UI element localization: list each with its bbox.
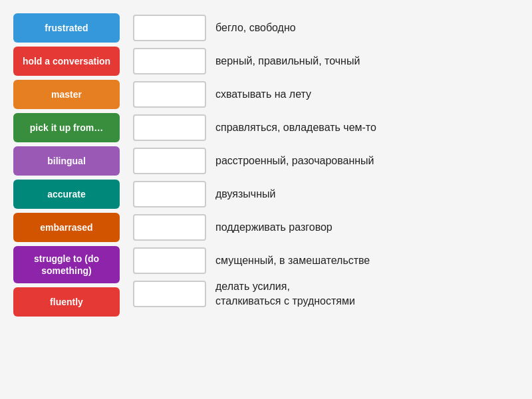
match-input-7[interactable] [133, 247, 206, 274]
match-input-0[interactable] [133, 15, 206, 41]
definition-text-4: расстроенный, разочарованный [215, 154, 374, 168]
word-button-1[interactable]: hold a conversation [13, 47, 120, 76]
word-button-4[interactable]: bilingual [13, 146, 120, 176]
definition-text-0: бегло, свободно [215, 21, 296, 35]
definition-text-5: двуязычный [215, 187, 275, 201]
match-row-1: верный, правильный, точный [133, 47, 519, 76]
definition-text-7: смущенный, в замешательстве [215, 253, 370, 268]
definition-text-6: поддерживать разговор [215, 220, 332, 235]
match-input-8[interactable] [133, 281, 206, 307]
word-button-2[interactable]: master [13, 80, 120, 109]
match-input-1[interactable] [133, 48, 206, 74]
word-button-6[interactable]: embarrased [13, 213, 120, 242]
word-button-0[interactable]: frustrated [13, 13, 120, 43]
word-button-5[interactable]: accurate [13, 180, 120, 209]
match-input-5[interactable] [133, 181, 206, 207]
words-column: frustratedhold a conversationmasterpick … [13, 13, 120, 317]
match-input-2[interactable] [133, 81, 206, 108]
match-row-7: смущенный, в замешательстве [133, 246, 519, 275]
match-row-4: расстроенный, разочарованный [133, 146, 519, 176]
definition-text-2: схватывать на лету [215, 87, 311, 102]
match-row-2: схватывать на лету [133, 80, 519, 109]
match-row-3: справляться, овладевать чем-то [133, 113, 519, 142]
match-input-4[interactable] [133, 148, 206, 174]
word-button-8[interactable]: fluently [13, 287, 120, 317]
match-row-0: бегло, свободно [133, 13, 519, 43]
match-row-8: делать усилия, сталкиваться с трудностям… [133, 279, 519, 309]
definition-text-3: справляться, овладевать чем-то [215, 120, 376, 135]
match-row-6: поддерживать разговор [133, 213, 519, 242]
definition-text-8: делать усилия, сталкиваться с трудностям… [215, 279, 355, 309]
word-button-3[interactable]: pick it up from… [13, 113, 120, 142]
match-input-3[interactable] [133, 114, 206, 141]
match-row-5: двуязычный [133, 180, 519, 209]
definitions-column: бегло, свободноверный, правильный, точны… [133, 13, 519, 309]
match-input-6[interactable] [133, 214, 206, 241]
main-container: frustratedhold a conversationmasterpick … [13, 13, 519, 317]
definition-text-1: верный, правильный, точный [215, 54, 360, 68]
word-button-7[interactable]: struggle to (do something) [13, 246, 120, 283]
